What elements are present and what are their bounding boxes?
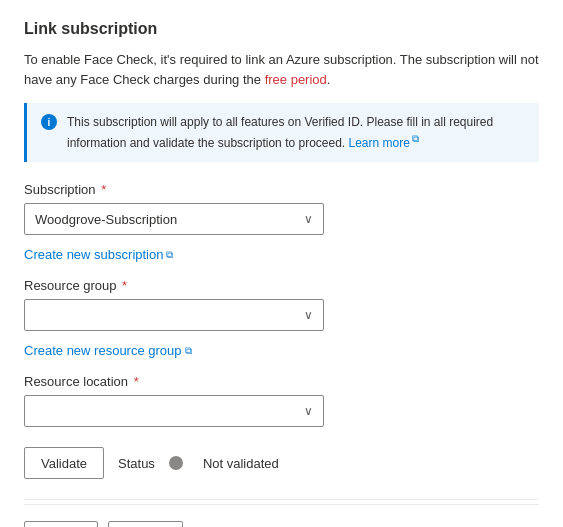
subscription-value: Woodgrove-Subscription [35,212,177,227]
description: To enable Face Check, it's required to l… [24,50,539,89]
action-row: Enable Cancel [24,504,539,527]
create-resource-group-label: Create new resource group [24,343,182,358]
resource-location-required: * [130,374,139,389]
resource-group-label-text: Resource group [24,278,117,293]
create-resource-group-external-icon: ⧉ [185,345,192,357]
resource-location-section: Resource location * ∨ [24,374,539,427]
resource-location-label-text: Resource location [24,374,128,389]
subscription-dropdown[interactable]: Woodgrove-Subscription ∨ [24,203,324,235]
status-label: Status [118,456,155,471]
subscription-label: Subscription * [24,182,539,197]
learn-more-link[interactable]: Learn more⧉ [349,136,419,150]
subscription-section: Subscription * Woodgrove-Subscription ∨ … [24,182,539,262]
resource-location-label: Resource location * [24,374,539,389]
subscription-label-text: Subscription [24,182,96,197]
resource-group-dropdown[interactable]: ∨ [24,299,324,331]
cancel-button[interactable]: Cancel [108,521,182,527]
info-icon: i [41,114,57,130]
create-subscription-link[interactable]: Create new subscription⧉ [24,247,173,262]
page-title: Link subscription [24,20,539,38]
resource-group-label: Resource group * [24,278,539,293]
divider [24,499,539,500]
validate-button[interactable]: Validate [24,447,104,479]
info-box-text: This subscription will apply to all feat… [67,113,525,152]
subscription-required: * [98,182,107,197]
subscription-dropdown-arrow: ∨ [304,212,313,226]
create-resource-group-link[interactable]: Create new resource group⧉ [24,343,192,358]
description-text-2: . [327,72,331,87]
create-subscription-external-icon: ⧉ [166,249,173,261]
resource-group-required: * [119,278,128,293]
create-subscription-label: Create new subscription [24,247,163,262]
info-box: i This subscription will apply to all fe… [24,103,539,162]
enable-button[interactable]: Enable [24,521,98,527]
resource-location-dropdown-arrow: ∨ [304,404,313,418]
learn-more-label: Learn more [349,136,410,150]
resource-location-dropdown[interactable]: ∨ [24,395,324,427]
external-link-icon: ⧉ [412,133,419,144]
status-dot [169,456,183,470]
description-highlight: free period [265,72,327,87]
info-box-message: This subscription will apply to all feat… [67,115,493,150]
validate-row: Validate Status Not validated [24,447,539,479]
resource-group-dropdown-arrow: ∨ [304,308,313,322]
status-value: Not validated [203,456,279,471]
resource-group-section: Resource group * ∨ Create new resource g… [24,278,539,358]
